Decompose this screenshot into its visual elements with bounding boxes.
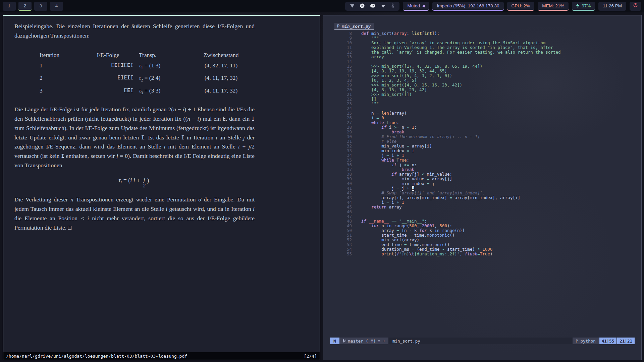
code-area[interactable]: 8def min_sort(array: list[int]):9 """10 … [330,31,635,256]
pdf-table-header: Zwischenstand [191,51,252,59]
statusline-filename: min_sort.py [388,338,424,344]
code-line: 32 min_value = array[i] [330,144,635,148]
battery-module[interactable]: 97% [572,2,595,11]
line-number: 42 [330,191,352,195]
line-number: 38 [330,172,352,177]
code-line: 45 return array [330,205,635,209]
code-line: 38 if array[j] < min_value: [330,172,635,177]
editor-tab-label: min_sort.py [342,24,371,29]
workspace-2[interactable]: 2 [18,2,32,11]
power-icon [633,3,638,9]
code-line: 25 n = len(array) [330,111,635,116]
language-segment: P python [573,338,599,344]
pdf-table-cell-iteration: 3 [40,86,77,97]
line-number: 28 [330,125,352,130]
editor-tab[interactable]: P min_sort.py [334,23,374,30]
pdf-paragraph-2: Die Länge der I/E-Folge ist für jede Ite… [14,105,255,170]
volume-module[interactable]: Muted ◀ [403,2,429,11]
line-number: 39 [330,177,352,181]
code-line: 43 array[i], array[min_index] = array[mi… [330,195,635,200]
discord-icon[interactable] [370,3,376,9]
code-line: 9 """ [330,36,635,41]
line-number: 26 [330,116,352,120]
pdf-file-path: /home/narl/gdrive/uni/algodat/loesungen/… [6,354,187,359]
line-number: 11 [330,45,352,50]
code-line: 16 [4, 8, 17, 19, 19, 32, 44, 65] [330,69,635,73]
code-line: 13 array. [330,55,635,59]
workspace-4[interactable]: 4 [50,2,63,11]
editor-statusline: N master ( M) ⊙ + min_sort.py P python 4… [330,338,635,344]
editor-window: P min_sort.py 8def min_sort(array: list[… [323,15,642,360]
line-number: 48 [330,219,352,224]
wifi-triangle-icon[interactable] [381,3,385,9]
volume-label: Muted [407,3,420,8]
pdf-table-cell-folge: EEEIEEI [83,61,133,72]
pdf-paragraph-3: Die Verkettung dieser n Transpositionen … [14,195,255,232]
pdf-statusbar: /home/narl/gdrive/uni/algodat/loesungen/… [3,352,320,360]
code-line: 52 min_sort(array) [330,238,635,242]
line-number: 23 [330,102,352,106]
line-number: 52 [330,238,352,242]
code-line: 48if __name__ == "__main__": [330,219,635,224]
line-number: 10 [330,41,352,45]
pdf-table-cell-iteration: 1 [40,61,77,72]
pdf-table-header: Iteration [40,51,77,59]
battery-label: 97% [582,3,591,8]
code-line: 47 [330,214,635,219]
python-lang-icon: P [576,339,578,344]
pdf-table-cell-folge: EIEII [83,73,133,84]
code-line: 30 # Find the minimum in array[i .. n - … [330,134,635,139]
vpn-module[interactable]: Imperio (95%): 192.168.178.30 [432,2,503,11]
language-label: python [581,339,596,344]
workspace-3[interactable]: 3 [34,2,47,11]
arrow-down-icon[interactable] [350,3,355,9]
line-number: 50 [330,228,352,233]
memory-module[interactable]: MEM: 21% [538,2,569,11]
line-number: 16 [330,69,352,73]
check-circle-icon[interactable] [360,3,365,10]
line-number: 29 [330,130,352,134]
code-line: 42 # Swap `array[i]` and `array[min_inde… [330,191,635,195]
line-number: 24 [330,106,352,111]
mode-indicator: N [330,338,339,344]
line-number: 43 [330,195,352,200]
pdf-table-cell-iteration: 2 [40,73,77,84]
code-line: 44 i = i + 1 [330,200,635,205]
pdf-table: IterationI/E-FolgeTransp.Zwischenstand1E… [40,51,320,97]
cpu-module[interactable]: CPU: 2% [507,2,535,11]
line-number: 25 [330,111,352,116]
pdf-table-cell-transposition: τ1 = (1 3) [139,61,185,72]
line-number: 32 [330,144,352,148]
pdf-table-header: I/E-Folge [83,51,133,59]
line-number: 33 [330,148,352,153]
battery-bolt-icon [576,3,580,9]
code-line: 26 i = 0 [330,116,635,120]
line-number: 37 [330,167,352,172]
code-line: 17 >>> min_sort([5, 4, 3, 2, 1, 0]) [330,73,635,78]
code-line: 39 min_value = array[j] [330,177,635,181]
line-number: 34 [330,153,352,158]
vpn-label: Imperio (95%): 192.168.178.30 [437,3,499,8]
git-branch-label: master ( M) [348,339,376,344]
bluetooth-icon[interactable] [390,3,395,10]
code-line: 51 start_time = time.monotonic() [330,233,635,238]
line-number: 40 [330,181,352,186]
system-tray: Muted ◀ Imperio (95%): 192.168.178.30 CP… [345,2,641,11]
pdf-viewer-window: Beispieleingabe. Die einzelnen Iteration… [3,15,320,360]
code-line: 19 >>> min_sort([4, 8, 15, 16, 23, 42]) [330,83,635,87]
line-number: 55 [330,252,352,256]
line-number: 41 [330,186,352,191]
code-line: 40 min_index = j [330,181,635,186]
power-button[interactable] [630,2,641,11]
line-number: 13 [330,55,352,59]
line-number: 30 [330,134,352,139]
code-line: 36 if j >= n: [330,163,635,167]
clock-label: 11:26 PM [603,3,622,8]
pdf-page[interactable]: Beispieleingabe. Die einzelnen Iteration… [3,16,320,352]
cursor-position-lines: 41|55 [599,338,617,344]
cpu-label: CPU: 2% [512,3,530,8]
workspace-1[interactable]: 1 [3,2,16,11]
clock-module[interactable]: 11:26 PM [598,2,626,11]
code-line: 23 """ [330,102,635,106]
code-line: 50 array = [n - k for k in range(n)] [330,228,635,233]
